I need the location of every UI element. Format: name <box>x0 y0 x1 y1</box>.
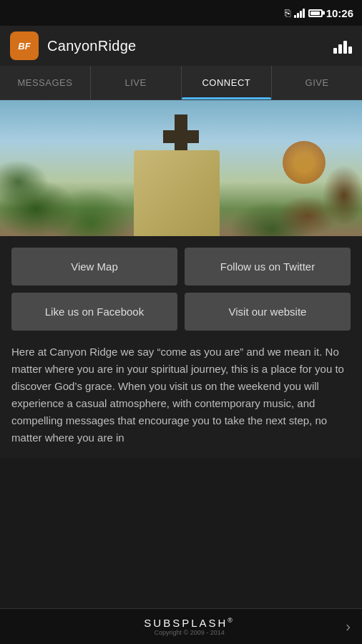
nav-tabs: MESSAGES LIVE CONNECT GIVE <box>0 66 362 100</box>
view-map-button[interactable]: View Map <box>11 248 177 286</box>
twitter-button[interactable]: Follow us on Twitter <box>185 248 351 286</box>
footer-brand: SUBSPLASH® <box>33 617 346 629</box>
bar-chart-icon[interactable] <box>333 38 352 54</box>
app-bar-left: BF CanyonRidge <box>10 31 137 60</box>
footer: SUBSPLASH® Copyright © 2009 - 2014 › <box>0 608 362 644</box>
website-button[interactable]: Visit our website <box>185 293 351 331</box>
flowers-decoration <box>283 141 326 184</box>
button-grid: View Map Follow us on Twitter Like us on… <box>11 248 351 331</box>
status-icons: ⎘ 10:26 <box>285 7 353 19</box>
main-content: View Map Follow us on Twitter Like us on… <box>0 236 362 458</box>
description-text: Here at Canyon Ridge we say “come as you… <box>11 343 351 447</box>
footer-arrow-icon[interactable]: › <box>346 618 351 635</box>
facebook-button[interactable]: Like us on Facebook <box>11 293 177 331</box>
tab-messages[interactable]: MESSAGES <box>0 66 91 99</box>
battery-icon <box>308 9 323 17</box>
signal-bars-icon <box>294 8 305 18</box>
status-time: 10:26 <box>326 7 353 19</box>
tab-live[interactable]: LIVE <box>91 66 182 99</box>
footer-copyright: Copyright © 2009 - 2014 <box>33 629 346 636</box>
status-bar: ⎘ 10:26 <box>0 0 362 26</box>
app-logo: BF <box>10 31 39 60</box>
tab-connect[interactable]: CONNECT <box>182 66 273 99</box>
footer-content: SUBSPLASH® Copyright © 2009 - 2014 › <box>0 617 362 636</box>
app-bar: BF CanyonRidge <box>0 26 362 66</box>
hero-image <box>0 100 362 236</box>
footer-logo: SUBSPLASH® Copyright © 2009 - 2014 <box>33 617 346 636</box>
app-title: CanyonRidge <box>47 38 137 54</box>
wifi-icon: ⎘ <box>285 7 290 19</box>
tab-give[interactable]: GIVE <box>272 66 362 99</box>
